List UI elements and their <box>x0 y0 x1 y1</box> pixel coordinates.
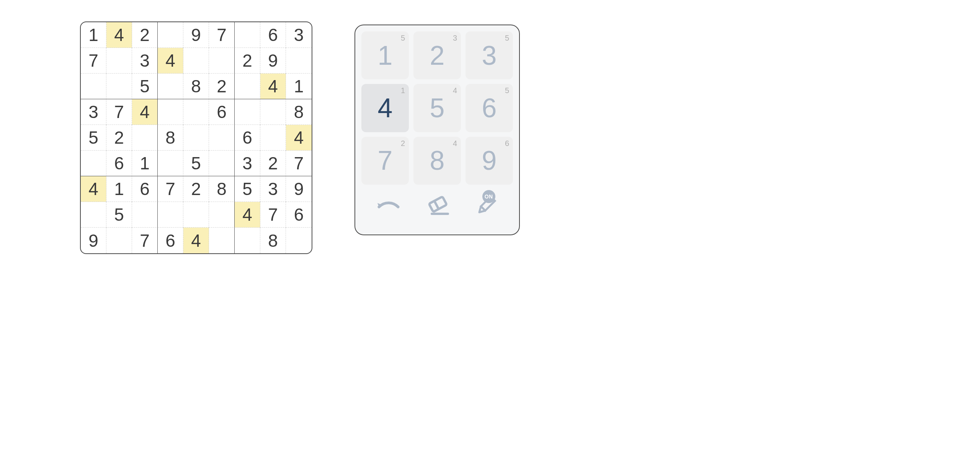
cell-r4-c4[interactable] <box>158 99 183 125</box>
cell-r3-c8[interactable]: 4 <box>260 74 286 99</box>
cell-r6-c3[interactable]: 1 <box>132 151 158 176</box>
cell-r3-c2[interactable] <box>106 74 132 99</box>
cell-r2-c1[interactable]: 7 <box>81 48 106 74</box>
cell-r9-c6[interactable] <box>209 228 235 253</box>
cell-r4-c7[interactable] <box>235 99 260 125</box>
numpad-remaining: 5 <box>401 34 405 43</box>
cell-r6-c8[interactable]: 2 <box>260 151 286 176</box>
cell-r9-c3[interactable]: 7 <box>132 228 158 253</box>
app-stage: 1429763734295824137468528646153274167285… <box>0 0 980 469</box>
cell-r5-c1[interactable]: 5 <box>81 125 106 151</box>
cell-r1-c5[interactable]: 9 <box>183 22 209 48</box>
undo-button[interactable] <box>371 192 406 219</box>
numpad-5[interactable]: 54 <box>413 84 461 132</box>
cell-r5-c4[interactable]: 8 <box>158 125 183 151</box>
cell-r6-c9[interactable]: 7 <box>286 151 312 176</box>
cell-r7-c3[interactable]: 6 <box>132 176 158 202</box>
numpad-8[interactable]: 84 <box>413 137 461 185</box>
cell-r6-c2[interactable]: 6 <box>106 151 132 176</box>
cell-r8-c6[interactable] <box>209 202 235 228</box>
cell-r8-c7[interactable]: 4 <box>235 202 260 228</box>
cell-r4-c6[interactable]: 6 <box>209 99 235 125</box>
numpad-7[interactable]: 72 <box>361 137 409 185</box>
cell-r5-c9[interactable]: 4 <box>286 125 312 151</box>
cell-r2-c2[interactable] <box>106 48 132 74</box>
cell-r4-c9[interactable]: 8 <box>286 99 312 125</box>
numpad-3[interactable]: 35 <box>466 31 513 79</box>
cell-r3-c9[interactable]: 1 <box>286 74 312 99</box>
cell-r1-c8[interactable]: 6 <box>260 22 286 48</box>
cell-r7-c8[interactable]: 3 <box>260 176 286 202</box>
cell-r6-c6[interactable] <box>209 151 235 176</box>
cell-r7-c5[interactable]: 2 <box>183 176 209 202</box>
cell-r8-c3[interactable] <box>132 202 158 228</box>
cell-r8-c1[interactable] <box>81 202 106 228</box>
notes-toggle[interactable]: ON <box>469 192 503 219</box>
cell-r8-c4[interactable] <box>158 202 183 228</box>
numpad-4[interactable]: 41 <box>361 84 409 132</box>
cell-r1-c3[interactable]: 2 <box>132 22 158 48</box>
cell-r4-c1[interactable]: 3 <box>81 99 106 125</box>
cell-r3-c5[interactable]: 8 <box>183 74 209 99</box>
numpad-remaining: 5 <box>505 86 509 95</box>
numpad-remaining: 2 <box>401 139 405 148</box>
cell-r2-c7[interactable]: 2 <box>235 48 260 74</box>
cell-r2-c9[interactable] <box>286 48 312 74</box>
cell-r1-c7[interactable] <box>235 22 260 48</box>
numpad-6[interactable]: 65 <box>466 84 513 132</box>
cell-r1-c4[interactable] <box>158 22 183 48</box>
cell-r6-c7[interactable]: 3 <box>235 151 260 176</box>
cell-r3-c6[interactable]: 2 <box>209 74 235 99</box>
cell-r7-c1[interactable]: 4 <box>81 176 106 202</box>
cell-r9-c8[interactable]: 8 <box>260 228 286 253</box>
cell-r8-c9[interactable]: 6 <box>286 202 312 228</box>
cell-r5-c6[interactable] <box>209 125 235 151</box>
cell-r6-c4[interactable] <box>158 151 183 176</box>
cell-r2-c6[interactable] <box>209 48 235 74</box>
cell-r5-c7[interactable]: 6 <box>235 125 260 151</box>
cell-r4-c8[interactable] <box>260 99 286 125</box>
cell-r3-c4[interactable] <box>158 74 183 99</box>
numpad-remaining: 4 <box>453 139 457 148</box>
cell-r4-c3[interactable]: 4 <box>132 99 158 125</box>
cell-r1-c6[interactable]: 7 <box>209 22 235 48</box>
cell-r6-c1[interactable] <box>81 151 106 176</box>
cell-r1-c2[interactable]: 4 <box>106 22 132 48</box>
cell-r2-c5[interactable] <box>183 48 209 74</box>
cell-r9-c1[interactable]: 9 <box>81 228 106 253</box>
cell-r1-c1[interactable]: 1 <box>81 22 106 48</box>
cell-r2-c3[interactable]: 3 <box>132 48 158 74</box>
cell-r9-c5[interactable]: 4 <box>183 228 209 253</box>
cell-r7-c4[interactable]: 7 <box>158 176 183 202</box>
numpad-2[interactable]: 23 <box>413 31 461 79</box>
cell-r5-c2[interactable]: 2 <box>106 125 132 151</box>
numpad-1[interactable]: 15 <box>361 31 409 79</box>
cell-r1-c9[interactable]: 3 <box>286 22 312 48</box>
cell-r9-c7[interactable] <box>235 228 260 253</box>
cell-r9-c4[interactable]: 6 <box>158 228 183 253</box>
cell-r2-c4[interactable]: 4 <box>158 48 183 74</box>
cell-r9-c2[interactable] <box>106 228 132 253</box>
cell-r3-c1[interactable] <box>81 74 106 99</box>
cell-r5-c5[interactable] <box>183 125 209 151</box>
cell-r8-c8[interactable]: 7 <box>260 202 286 228</box>
cell-r4-c2[interactable]: 7 <box>106 99 132 125</box>
cell-r6-c5[interactable]: 5 <box>183 151 209 176</box>
cell-r7-c7[interactable]: 5 <box>235 176 260 202</box>
numpad-9[interactable]: 96 <box>466 137 513 185</box>
cell-r2-c8[interactable]: 9 <box>260 48 286 74</box>
cell-r8-c5[interactable] <box>183 202 209 228</box>
cell-r7-c2[interactable]: 1 <box>106 176 132 202</box>
cell-r5-c3[interactable] <box>132 125 158 151</box>
erase-button[interactable] <box>420 192 454 219</box>
cell-r4-c5[interactable] <box>183 99 209 125</box>
cell-r9-c9[interactable] <box>286 228 312 253</box>
cell-r5-c8[interactable] <box>260 125 286 151</box>
undo-icon <box>377 199 400 212</box>
cell-r8-c2[interactable]: 5 <box>106 202 132 228</box>
cell-r7-c9[interactable]: 9 <box>286 176 312 202</box>
cell-r3-c7[interactable] <box>235 74 260 99</box>
cell-r7-c6[interactable]: 8 <box>209 176 235 202</box>
numpad-digit: 7 <box>378 145 393 176</box>
cell-r3-c3[interactable]: 5 <box>132 74 158 99</box>
